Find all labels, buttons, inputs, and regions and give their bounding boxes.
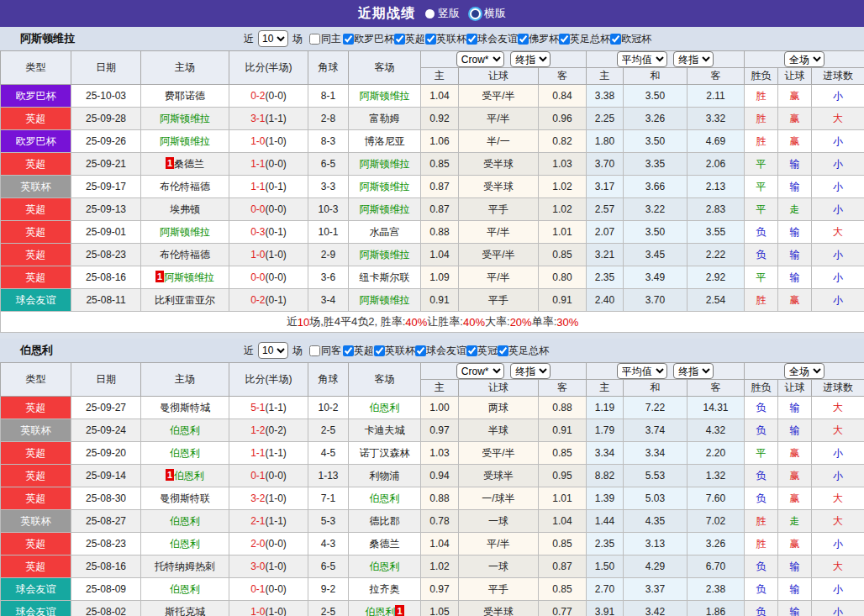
home-team[interactable]: 阿斯顿维拉 <box>141 221 229 244</box>
checkbox-icon[interactable] <box>610 34 621 45</box>
league-filter-checkbox[interactable]: 英超 <box>394 32 425 46</box>
team-link-label: 拉齐奥 <box>370 583 400 595</box>
checkbox-icon[interactable] <box>466 345 477 356</box>
away-team[interactable]: 阿斯顿维拉 <box>349 176 421 198</box>
fulltime-score: 0-2 <box>250 294 265 306</box>
match-date: 25-09-13 <box>71 198 141 221</box>
league-filter-checkbox[interactable]: 球会友谊 <box>415 344 466 358</box>
home-team[interactable]: 布伦特福德 <box>141 244 229 266</box>
summary-segment: 场,胜4平4负2, 胜率: <box>309 314 405 329</box>
layout-radio-horizontal[interactable]: 横版 <box>470 6 506 21</box>
home-team[interactable]: 阿斯顿维拉 <box>141 130 229 153</box>
match-count-select[interactable]: 10 <box>258 30 288 47</box>
away-team[interactable]: 利物浦 <box>349 465 421 487</box>
league-filter-checkbox[interactable]: 欧冠杯 <box>610 32 651 46</box>
away-team[interactable]: 水晶宫 <box>349 221 421 244</box>
checkbox-icon[interactable] <box>309 34 320 45</box>
odds-handicap: 两球 <box>459 397 539 419</box>
col-avg-draw: 和 <box>624 380 688 397</box>
away-team[interactable]: 富勒姆 <box>349 108 421 130</box>
home-team[interactable]: 阿斯顿维拉 <box>141 108 229 130</box>
checkbox-icon[interactable] <box>343 34 354 45</box>
away-team[interactable]: 伯恩利 <box>349 487 421 510</box>
checkbox-icon[interactable] <box>559 34 570 45</box>
home-team[interactable]: 斯托克城 <box>141 601 229 616</box>
away-team[interactable]: 博洛尼亚 <box>349 130 421 153</box>
away-team[interactable]: 卡迪夫城 <box>349 419 421 442</box>
same-home-checkbox[interactable]: 同主 <box>309 32 341 46</box>
result-outcome: 胜 <box>745 108 778 130</box>
avg-draw: 3.49 <box>624 266 688 289</box>
away-team[interactable]: 阿斯顿维拉 <box>349 85 421 108</box>
home-team[interactable]: 伯恩利 <box>141 510 229 533</box>
team-link-label: 阿斯顿维拉 <box>360 181 410 192</box>
checkbox-icon[interactable] <box>415 345 426 356</box>
match-score: 2-1(1-1) <box>229 510 308 533</box>
league-filter-checkbox[interactable]: 球会友谊 <box>466 32 518 46</box>
league-filter-checkbox[interactable]: 佛罗杯 <box>518 32 559 46</box>
league-filter-checkbox[interactable]: 英足总杯 <box>498 344 549 358</box>
away-team[interactable]: 伯恩利 <box>349 397 421 419</box>
checkbox-icon[interactable] <box>518 34 529 45</box>
checkbox-icon[interactable] <box>466 34 477 45</box>
home-team[interactable]: 曼彻斯特城 <box>141 397 229 419</box>
away-team[interactable]: 阿斯顿维拉 <box>349 198 421 221</box>
col-odds-handicap: 让球 <box>459 68 539 85</box>
away-team[interactable]: 伯恩利 <box>349 555 421 578</box>
home-team[interactable]: 伯恩利 <box>141 419 229 442</box>
league-filter-checkbox[interactable]: 英联杯 <box>374 344 415 358</box>
checkbox-icon[interactable] <box>498 345 508 356</box>
away-team[interactable]: 阿斯顿维拉 <box>349 244 421 266</box>
average-select[interactable]: 平均值 <box>617 51 667 67</box>
home-team[interactable]: 伯恩利 <box>141 533 229 555</box>
away-team[interactable]: 拉齐奥 <box>349 578 421 601</box>
summary-segment: 单率: <box>532 314 557 329</box>
bookmaker-select[interactable]: Crow* <box>456 363 504 379</box>
away-team[interactable]: 德比郡 <box>349 510 421 533</box>
home-team[interactable]: 1桑德兰 <box>141 153 229 176</box>
checkbox-icon[interactable] <box>374 345 385 356</box>
avg-home: 3.21 <box>587 244 624 266</box>
away-team[interactable]: 阿斯顿维拉 <box>349 153 421 176</box>
home-team[interactable]: 伯恩利 <box>141 442 229 465</box>
avg-draw: 3.50 <box>624 130 688 153</box>
average-select[interactable]: 平均值 <box>617 363 667 379</box>
layout-radio-vertical[interactable]: 竖版 <box>425 6 460 21</box>
home-team[interactable]: 1阿斯顿维拉 <box>141 266 229 289</box>
final-odds-select[interactable]: 终指 <box>673 51 714 67</box>
league-filter-checkbox[interactable]: 欧罗巴杯 <box>343 32 394 46</box>
away-team[interactable]: 阿斯顿维拉 <box>349 289 421 312</box>
checkbox-icon[interactable] <box>425 34 436 45</box>
home-team[interactable]: 托特纳姆热刺 <box>141 555 229 578</box>
away-team[interactable]: 伯恩利1 <box>349 601 421 616</box>
league-filter-checkbox[interactable]: 英超 <box>343 344 374 358</box>
checkbox-icon[interactable] <box>309 345 320 356</box>
scope-select[interactable]: 全场 <box>784 363 824 379</box>
home-team[interactable]: 费耶诺德 <box>141 85 229 108</box>
home-team[interactable]: 比利亚雷亚尔 <box>141 289 229 312</box>
same-away-checkbox[interactable]: 同客 <box>309 344 341 358</box>
league-filter-checkbox[interactable]: 英足总杯 <box>559 32 610 46</box>
team-link-label: 阿斯顿维拉 <box>160 135 210 147</box>
away-team[interactable]: 诺丁汉森林 <box>349 442 421 465</box>
halftime-score: (1-0) <box>266 135 287 147</box>
final-odds-select[interactable]: 终指 <box>510 363 551 379</box>
home-team[interactable]: 伯恩利 <box>141 578 229 601</box>
home-team[interactable]: 布伦特福德 <box>141 176 229 198</box>
result-handicap: 输 <box>778 266 812 289</box>
avg-draw: 3.26 <box>624 108 688 130</box>
league-filter-checkbox[interactable]: 英联杯 <box>425 32 466 46</box>
match-count-select[interactable]: 10 <box>258 342 288 359</box>
league-filter-checkbox[interactable]: 英冠 <box>466 344 498 358</box>
checkbox-icon[interactable] <box>394 34 405 45</box>
scope-select[interactable]: 全场 <box>784 51 824 67</box>
home-team[interactable]: 曼彻斯特联 <box>141 487 229 510</box>
final-odds-select[interactable]: 终指 <box>510 51 551 67</box>
final-odds-select[interactable]: 终指 <box>673 363 714 379</box>
away-team[interactable]: 纽卡斯尔联 <box>349 266 421 289</box>
checkbox-icon[interactable] <box>343 345 354 356</box>
bookmaker-select[interactable]: Crow* <box>456 51 504 67</box>
home-team[interactable]: 1伯恩利 <box>141 465 229 487</box>
away-team[interactable]: 桑德兰 <box>349 533 421 555</box>
home-team[interactable]: 埃弗顿 <box>141 198 229 221</box>
